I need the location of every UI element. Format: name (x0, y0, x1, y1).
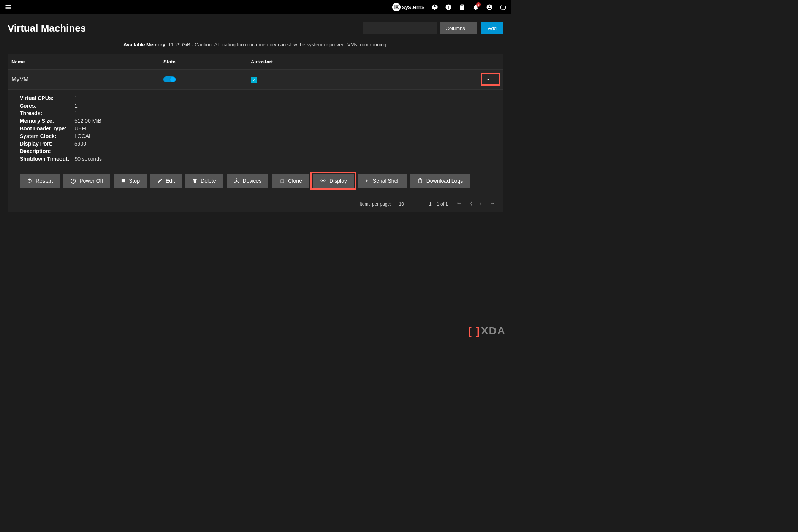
devices-button[interactable]: Devices (227, 174, 269, 188)
chevron-down-icon (406, 202, 410, 206)
power-icon[interactable] (500, 4, 507, 11)
svg-rect-9 (281, 180, 284, 183)
memory-value: 11.29 GiB - Caution: Allocating too much… (168, 42, 388, 48)
vm-details: Virtual CPUs:1 Cores:1 Threads:1 Memory … (8, 90, 504, 169)
last-page-button[interactable]: ⇥ (489, 199, 496, 209)
page-title: Virtual Machines (8, 22, 86, 34)
memory-label: Available Memory: (124, 42, 167, 48)
clipboard-icon[interactable] (459, 4, 466, 11)
clipboard-icon (417, 178, 423, 184)
vm-state (163, 76, 251, 82)
state-toggle[interactable] (163, 76, 176, 82)
bracket-icon: [ ] (468, 325, 480, 337)
cores-value: 1 (74, 103, 78, 109)
columns-button[interactable]: Columns (440, 22, 477, 34)
table-row[interactable]: MyVM ✓ (8, 70, 504, 90)
page-range: 1 – 1 of 1 (429, 201, 448, 207)
stop-icon (120, 178, 126, 184)
pagination: Items per page: 10 1 – 1 of 1 ⇤ 〈 〉 ⇥ (8, 195, 504, 212)
clock-value: LOCAL (74, 133, 92, 139)
memory-label: Memory Size: (20, 118, 69, 124)
boot-label: Boot Loader Type: (20, 125, 69, 131)
svg-point-5 (236, 180, 238, 182)
svg-point-3 (489, 6, 491, 8)
edit-icon (157, 178, 163, 184)
prev-page-button[interactable]: 〈 (466, 199, 474, 209)
vm-name: MyVM (11, 76, 163, 83)
svg-point-8 (236, 178, 237, 179)
columns-label: Columns (446, 25, 465, 31)
info-icon[interactable]: i (445, 4, 452, 11)
topbar-right: iX systems i 1 (392, 3, 507, 11)
chevron-right-icon (364, 178, 370, 184)
shutdown-label: Shutdown Timeout: (20, 156, 69, 162)
restart-icon (27, 178, 33, 184)
port-value: 5900 (74, 141, 86, 147)
port-label: Display Port: (20, 141, 69, 147)
desc-label: Description: (20, 148, 69, 154)
svg-text:i: i (448, 5, 449, 10)
memory-value: 512.00 MiB (74, 118, 101, 124)
memory-info: Available Memory: 11.29 GiB - Caution: A… (8, 42, 504, 48)
next-page-button[interactable]: 〉 (478, 199, 485, 209)
page-nav: ⇤ 〈 〉 ⇥ (456, 199, 496, 209)
items-per-page-label: Items per page: (359, 201, 391, 207)
brand-logo[interactable]: iX systems (392, 3, 424, 11)
poweroff-button[interactable]: Power Off (63, 174, 110, 188)
search-wrap (363, 22, 437, 34)
collapse-button[interactable] (481, 73, 500, 86)
search-input[interactable] (363, 22, 437, 34)
display-button[interactable]: Display (313, 174, 354, 188)
devices-icon (234, 178, 240, 184)
chevron-up-icon (486, 77, 491, 82)
threads-value: 1 (74, 110, 78, 116)
clock-label: System Clock: (20, 133, 69, 139)
threads-label: Threads: (20, 110, 69, 116)
header-state[interactable]: State (163, 59, 251, 65)
clone-icon (279, 178, 285, 184)
page-content: Virtual Machines Columns Add Available M… (0, 14, 511, 220)
shutdown-value: 90 seconds (74, 156, 102, 162)
action-bar: Restart Power Off Stop Edit Delete Devic… (8, 169, 504, 195)
svg-rect-4 (122, 179, 125, 182)
serial-shell-button[interactable]: Serial Shell (358, 174, 407, 188)
watermark: [ ] XDA (468, 325, 506, 337)
display-icon (320, 178, 326, 184)
notification-badge: 1 (476, 2, 481, 7)
svg-point-10 (322, 180, 323, 181)
header-controls: Columns Add (363, 22, 504, 34)
svg-point-7 (238, 182, 239, 183)
items-per-page-select[interactable]: 10 (399, 201, 410, 207)
page-header: Virtual Machines Columns Add (8, 22, 504, 34)
delete-icon (192, 178, 198, 184)
cores-label: Cores: (20, 103, 69, 109)
edit-button[interactable]: Edit (150, 174, 182, 188)
stop-button[interactable]: Stop (114, 174, 147, 188)
boot-value: UEFI (74, 125, 87, 131)
restart-button[interactable]: Restart (20, 174, 60, 188)
account-icon[interactable] (486, 4, 493, 11)
vm-autostart: ✓ (251, 76, 481, 83)
header-name[interactable]: Name (11, 59, 163, 65)
topbar: iX systems i 1 (0, 0, 511, 14)
logo-text: systems (402, 4, 424, 11)
table-header: Name State Autostart (8, 54, 504, 70)
delete-button[interactable]: Delete (185, 174, 223, 188)
download-logs-button[interactable]: Download Logs (410, 174, 470, 188)
power-icon (70, 178, 76, 184)
autostart-checkbox[interactable]: ✓ (251, 77, 257, 83)
chevron-down-icon (468, 26, 472, 30)
expand-cell (481, 73, 500, 86)
header-autostart[interactable]: Autostart (251, 59, 481, 65)
clone-button[interactable]: Clone (272, 174, 309, 188)
svg-point-6 (234, 182, 236, 183)
bell-icon[interactable]: 1 (472, 4, 479, 11)
first-page-button[interactable]: ⇤ (456, 199, 462, 209)
logo-badge: iX (392, 3, 401, 11)
vcpus-label: Virtual CPUs: (20, 95, 69, 101)
vm-table: Name State Autostart MyVM ✓ Virtual CPUs… (8, 54, 504, 212)
truenas-icon[interactable] (431, 4, 438, 11)
menu-icon[interactable] (5, 3, 12, 11)
add-button[interactable]: Add (481, 22, 504, 34)
vcpus-value: 1 (74, 95, 78, 101)
